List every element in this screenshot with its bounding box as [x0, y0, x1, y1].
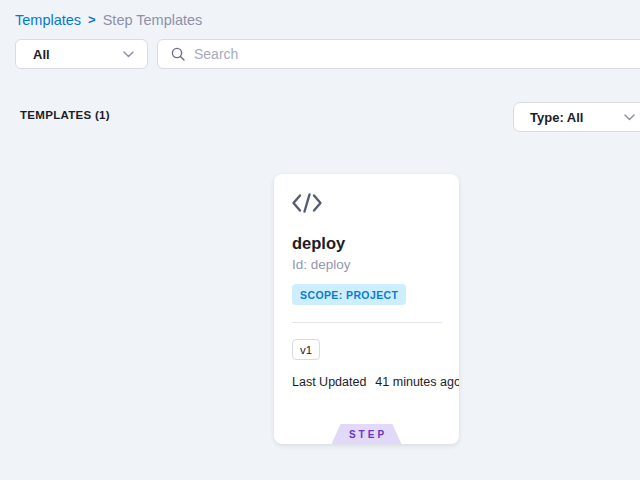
breadcrumb-separator-icon: > — [88, 12, 96, 27]
scope-filter-value: All — [33, 47, 50, 62]
chevron-down-icon — [624, 114, 635, 121]
code-icon — [291, 192, 323, 214]
last-updated-row: Last Updated 41 minutes ago — [292, 375, 459, 389]
step-type-badge: STEP — [332, 424, 402, 444]
template-title: deploy — [292, 234, 345, 253]
type-filter-value: Type: All — [530, 110, 583, 125]
scope-filter-dropdown[interactable]: All — [15, 39, 148, 69]
template-id: Id: deploy — [292, 257, 351, 272]
chevron-down-icon — [123, 51, 134, 58]
version-chip[interactable]: v1 — [292, 339, 320, 360]
templates-count-label: TEMPLATES (1) — [20, 109, 110, 121]
search-input[interactable] — [194, 46, 640, 62]
search-icon — [170, 46, 186, 62]
last-updated-label: Last Updated — [292, 375, 366, 389]
last-updated-value: 41 minutes ago — [375, 375, 459, 389]
breadcrumb: Templates > Step Templates — [15, 12, 202, 28]
template-card-deploy[interactable]: deploy Id: deploy SCOPE: PROJECT v1 Last… — [274, 174, 459, 444]
breadcrumb-link-templates[interactable]: Templates — [15, 12, 81, 28]
breadcrumb-current-page: Step Templates — [103, 12, 203, 28]
search-box[interactable] — [157, 39, 640, 69]
card-divider — [292, 322, 442, 323]
scope-badge: SCOPE: PROJECT — [292, 284, 406, 305]
type-filter-dropdown[interactable]: Type: All — [513, 102, 640, 132]
